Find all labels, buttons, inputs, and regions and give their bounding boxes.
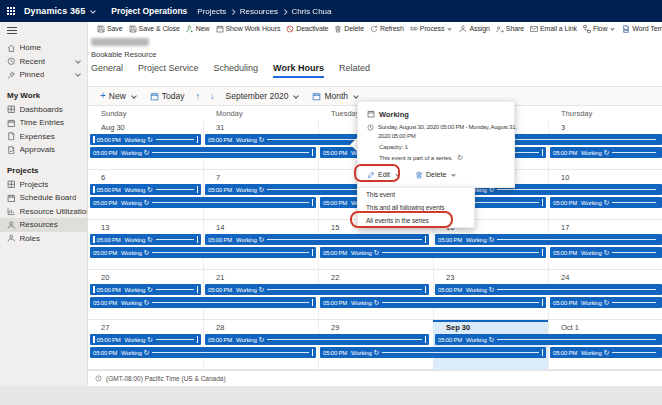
recurrence-icon	[147, 186, 153, 194]
event-bar[interactable]: 05:00 PMWorking	[320, 247, 546, 258]
save-icon	[97, 25, 105, 33]
event-bar[interactable]: 05:00 PMWorking	[90, 247, 316, 258]
delete-button[interactable]: Delete	[415, 171, 457, 179]
share-button[interactable]: Share	[493, 25, 527, 33]
assign-button[interactable]: Assign	[456, 25, 492, 33]
event-bar[interactable]: 05:00 PMWorking	[90, 284, 201, 295]
popup-title: Working	[379, 110, 409, 119]
deactivate-button[interactable]: Deactivate	[283, 25, 331, 33]
tab-related[interactable]: Related	[339, 63, 370, 78]
date-label: 14	[216, 223, 224, 232]
popup-series-row: This event is part of a series.	[379, 154, 505, 162]
clock-icon	[7, 57, 16, 66]
event-bar[interactable]: 05:00 PMWorking	[550, 147, 662, 158]
sidebar-item-expenses[interactable]: Expenses	[0, 130, 87, 144]
home-icon	[7, 44, 16, 53]
tab-project-service[interactable]: Project Service	[138, 63, 199, 78]
event-bar[interactable]: 05:00 PMWorking	[205, 334, 429, 345]
recurrence-icon	[144, 349, 150, 357]
sidebar-item-dashboards[interactable]: Dashboards	[0, 103, 87, 117]
event-bar[interactable]: 05:00 PMWorking	[205, 234, 429, 245]
view-selector[interactable]: Month	[308, 91, 364, 101]
trash-icon	[415, 171, 423, 179]
event-bar[interactable]: 05:00 PMWorking	[550, 347, 662, 358]
word-templates-button[interactable]: Word Templates	[619, 25, 662, 33]
sidebar-item-resources[interactable]: Resources	[0, 218, 87, 232]
save-close-icon	[129, 25, 137, 33]
show-work-hours-button[interactable]: Show Work Hours	[213, 25, 284, 33]
flow-button[interactable]: Flow	[580, 25, 619, 33]
sidebar-item-roles[interactable]: Roles	[0, 232, 87, 246]
event-bar[interactable]: 05:00 PMWorking	[435, 234, 662, 245]
event-bar[interactable]: 05:00 PMWorking	[550, 197, 662, 208]
recurrence-icon	[144, 299, 150, 307]
breadcrumb-resources[interactable]: Resources	[240, 7, 278, 16]
sidebar-item-approvals[interactable]: Approvals	[0, 143, 87, 157]
recurrence-icon	[374, 299, 380, 307]
new-button[interactable]: New	[183, 25, 213, 33]
event-bar[interactable]: 05:00 PMWorking	[90, 184, 201, 195]
delete-button[interactable]: Delete	[331, 25, 367, 33]
calendar-icon	[216, 25, 224, 33]
previous-period-button[interactable]: ↑	[193, 91, 204, 101]
event-bar[interactable]: 05:00 PMWorking	[435, 284, 662, 295]
area-title[interactable]: Project Operations	[111, 6, 187, 16]
breadcrumb-projects[interactable]: Projects	[197, 7, 226, 16]
process-button[interactable]: Process	[407, 25, 457, 33]
role-person-icon	[7, 234, 16, 243]
event-bar[interactable]: 05:00 PMWorking	[90, 347, 316, 358]
save-and-close-button[interactable]: Save & Close	[126, 25, 183, 33]
event-bar[interactable]: 05:00 PMWorking	[550, 297, 662, 308]
app-title[interactable]: Dynamics 365	[24, 6, 85, 16]
sidebar-item-pinned[interactable]: Pinned	[0, 68, 87, 82]
date-label: 29	[331, 323, 339, 332]
hamburger-menu-icon[interactable]	[7, 27, 17, 35]
delete-icon	[334, 25, 342, 33]
sidebar-item-home[interactable]: Home	[0, 41, 87, 55]
event-bar[interactable]: 05:00 PMWorking	[90, 147, 316, 158]
tab-general[interactable]: General	[91, 63, 123, 78]
event-bar[interactable]: 05:00 PMWorking	[435, 334, 662, 345]
save-button[interactable]: Save	[94, 25, 126, 33]
next-period-button[interactable]: ↓	[207, 91, 218, 101]
menu-item-this-event[interactable]: This event	[358, 188, 474, 201]
page-footer-strip	[0, 386, 662, 405]
event-bar[interactable]: 05:00 PMWorking	[90, 197, 316, 208]
refresh-button[interactable]: Refresh	[367, 25, 407, 33]
event-bar[interactable]: 05:00 PMWorking	[320, 297, 546, 308]
sidebar-group-my-work: My Work	[0, 82, 87, 103]
chevron-down-icon	[75, 71, 81, 77]
tab-work-hours[interactable]: Work Hours	[273, 63, 324, 78]
clock-icon	[95, 375, 102, 382]
sidebar-item-recent[interactable]: Recent	[0, 55, 87, 69]
record-tabs: General Project Service Scheduling Work …	[91, 63, 370, 78]
waffle-menu-icon[interactable]	[7, 7, 16, 16]
sidebar-item-time-entries[interactable]: Time Entries	[0, 116, 87, 130]
calendar-today-button[interactable]: Today	[146, 91, 189, 101]
receipt-icon	[7, 132, 16, 141]
email-link-button[interactable]: Email a Link	[527, 25, 580, 33]
period-selector[interactable]: September 2020	[222, 91, 305, 101]
recurrence-icon	[147, 336, 153, 344]
event-bar[interactable]: 05:00 PMWorking	[90, 134, 201, 145]
sidebar-item-schedule-board[interactable]: Schedule Board	[0, 191, 87, 205]
event-bar[interactable]: 05:00 PMWorking	[320, 347, 546, 358]
event-bar[interactable]: 05:00 PMWorking	[90, 334, 201, 345]
event-bar[interactable]: 05:00 PMWorking	[550, 247, 662, 258]
tab-scheduling[interactable]: Scheduling	[214, 63, 259, 78]
event-bar[interactable]: 05:00 PMWorking	[90, 234, 201, 245]
day-header-monday: Monday	[216, 109, 243, 118]
breadcrumb-separator-icon	[230, 9, 235, 14]
breadcrumb-record[interactable]: Chris Chua	[291, 7, 331, 16]
date-label: Oct 1	[561, 323, 579, 332]
date-label: 3	[561, 123, 565, 132]
chevron-down-icon	[131, 93, 137, 99]
event-bar[interactable]: 05:00 PMWorking	[90, 297, 316, 308]
sidebar-item-resource-utilization[interactable]: Resource Utilization	[0, 205, 87, 219]
chevron-down-icon[interactable]	[90, 8, 96, 14]
day-header-thursday: Thursday	[561, 109, 592, 118]
sidebar-item-projects[interactable]: Projects	[0, 178, 87, 192]
date-label: 7	[216, 173, 220, 182]
calendar-new-button[interactable]: +New	[96, 91, 142, 101]
event-bar[interactable]: 05:00 PMWorking	[205, 284, 429, 295]
